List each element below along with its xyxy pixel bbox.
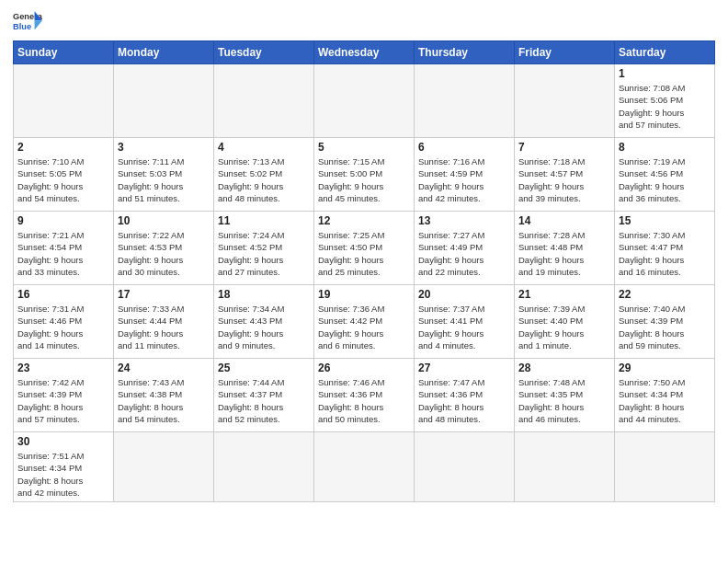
- weekday-header-sunday: Sunday: [14, 41, 114, 64]
- day-number: 8: [619, 141, 711, 154]
- weekday-header-saturday: Saturday: [615, 41, 715, 64]
- calendar-day-cell: 22Sunrise: 7:40 AM Sunset: 4:39 PM Dayli…: [615, 285, 715, 359]
- day-info: Sunrise: 7:10 AM Sunset: 5:05 PM Dayligh…: [17, 155, 109, 204]
- calendar-day-cell: 24Sunrise: 7:43 AM Sunset: 4:38 PM Dayli…: [114, 359, 214, 432]
- day-number: 29: [619, 362, 711, 374]
- day-info: Sunrise: 7:30 AM Sunset: 4:47 PM Dayligh…: [619, 229, 711, 278]
- calendar-week-6: 30Sunrise: 7:51 AM Sunset: 4:34 PM Dayli…: [14, 432, 715, 502]
- calendar-week-5: 23Sunrise: 7:42 AM Sunset: 4:39 PM Dayli…: [14, 359, 715, 432]
- day-number: 16: [17, 288, 109, 301]
- day-info: Sunrise: 7:50 AM Sunset: 4:34 PM Dayligh…: [619, 376, 711, 425]
- day-number: 4: [218, 141, 310, 154]
- calendar-day-cell: 28Sunrise: 7:48 AM Sunset: 4:35 PM Dayli…: [515, 359, 615, 432]
- logo: General Blue: [13, 9, 42, 35]
- calendar-day-cell: [415, 64, 515, 138]
- day-number: 30: [17, 435, 109, 448]
- calendar-day-cell: 5Sunrise: 7:15 AM Sunset: 5:00 PM Daylig…: [314, 138, 415, 212]
- calendar-day-cell: 26Sunrise: 7:46 AM Sunset: 4:36 PM Dayli…: [314, 359, 415, 432]
- day-info: Sunrise: 7:43 AM Sunset: 4:38 PM Dayligh…: [118, 376, 210, 425]
- calendar-day-cell: [515, 64, 615, 138]
- day-info: Sunrise: 7:39 AM Sunset: 4:40 PM Dayligh…: [518, 303, 610, 351]
- calendar-day-cell: 30Sunrise: 7:51 AM Sunset: 4:34 PM Dayli…: [14, 432, 114, 502]
- calendar-day-cell: 9Sunrise: 7:21 AM Sunset: 4:54 PM Daylig…: [14, 212, 114, 285]
- day-number: 23: [17, 362, 109, 374]
- day-info: Sunrise: 7:08 AM Sunset: 5:06 PM Dayligh…: [619, 82, 711, 131]
- calendar-day-cell: 13Sunrise: 7:27 AM Sunset: 4:49 PM Dayli…: [415, 212, 515, 285]
- day-info: Sunrise: 7:31 AM Sunset: 4:46 PM Dayligh…: [17, 303, 109, 351]
- calendar-day-cell: 23Sunrise: 7:42 AM Sunset: 4:39 PM Dayli…: [14, 359, 114, 432]
- calendar-day-cell: 6Sunrise: 7:16 AM Sunset: 4:59 PM Daylig…: [415, 138, 515, 212]
- day-number: 5: [318, 141, 410, 154]
- day-number: 21: [518, 288, 610, 301]
- day-number: 28: [518, 362, 610, 374]
- weekday-header-row: SundayMondayTuesdayWednesdayThursdayFrid…: [14, 41, 715, 64]
- day-info: Sunrise: 7:16 AM Sunset: 4:59 PM Dayligh…: [418, 155, 510, 204]
- calendar-day-cell: 29Sunrise: 7:50 AM Sunset: 4:34 PM Dayli…: [615, 359, 715, 432]
- svg-marker-3: [35, 20, 42, 29]
- calendar-day-cell: [314, 432, 415, 502]
- day-info: Sunrise: 7:51 AM Sunset: 4:34 PM Dayligh…: [17, 450, 109, 499]
- day-info: Sunrise: 7:18 AM Sunset: 4:57 PM Dayligh…: [518, 155, 610, 204]
- day-number: 18: [218, 288, 310, 301]
- calendar-day-cell: 20Sunrise: 7:37 AM Sunset: 4:41 PM Dayli…: [415, 285, 515, 359]
- day-info: Sunrise: 7:46 AM Sunset: 4:36 PM Dayligh…: [318, 376, 410, 425]
- calendar-day-cell: 7Sunrise: 7:18 AM Sunset: 4:57 PM Daylig…: [515, 138, 615, 212]
- calendar-day-cell: [415, 432, 515, 502]
- day-info: Sunrise: 7:47 AM Sunset: 4:36 PM Dayligh…: [418, 376, 510, 425]
- day-number: 15: [619, 214, 711, 227]
- day-info: Sunrise: 7:25 AM Sunset: 4:50 PM Dayligh…: [318, 229, 410, 278]
- day-number: 22: [619, 288, 711, 301]
- calendar-day-cell: 16Sunrise: 7:31 AM Sunset: 4:46 PM Dayli…: [14, 285, 114, 359]
- svg-text:Blue: Blue: [13, 22, 31, 31]
- day-info: Sunrise: 7:27 AM Sunset: 4:49 PM Dayligh…: [418, 229, 510, 278]
- calendar-day-cell: 8Sunrise: 7:19 AM Sunset: 4:56 PM Daylig…: [615, 138, 715, 212]
- calendar-day-cell: 14Sunrise: 7:28 AM Sunset: 4:48 PM Dayli…: [515, 212, 615, 285]
- calendar-day-cell: [214, 432, 314, 502]
- day-number: 11: [218, 214, 310, 227]
- header: General Blue: [13, 9, 715, 35]
- day-info: Sunrise: 7:33 AM Sunset: 4:44 PM Dayligh…: [118, 303, 210, 351]
- calendar-day-cell: 25Sunrise: 7:44 AM Sunset: 4:37 PM Dayli…: [214, 359, 314, 432]
- calendar-day-cell: 10Sunrise: 7:22 AM Sunset: 4:53 PM Dayli…: [114, 212, 214, 285]
- day-number: 13: [418, 214, 510, 227]
- calendar-day-cell: 3Sunrise: 7:11 AM Sunset: 5:03 PM Daylig…: [114, 138, 214, 212]
- calendar-week-4: 16Sunrise: 7:31 AM Sunset: 4:46 PM Dayli…: [14, 285, 715, 359]
- day-info: Sunrise: 7:37 AM Sunset: 4:41 PM Dayligh…: [418, 303, 510, 351]
- day-number: 27: [418, 362, 510, 374]
- day-number: 10: [118, 214, 210, 227]
- day-number: 14: [518, 214, 610, 227]
- day-info: Sunrise: 7:48 AM Sunset: 4:35 PM Dayligh…: [518, 376, 610, 425]
- calendar-day-cell: 15Sunrise: 7:30 AM Sunset: 4:47 PM Dayli…: [615, 212, 715, 285]
- day-number: 26: [318, 362, 410, 374]
- weekday-header-friday: Friday: [515, 41, 615, 64]
- day-number: 20: [418, 288, 510, 301]
- calendar-week-2: 2Sunrise: 7:10 AM Sunset: 5:05 PM Daylig…: [14, 138, 715, 212]
- page: General Blue SundayMondayTuesdayWednesda…: [0, 0, 728, 511]
- day-info: Sunrise: 7:34 AM Sunset: 4:43 PM Dayligh…: [218, 303, 310, 351]
- day-number: 12: [318, 214, 410, 227]
- weekday-header-thursday: Thursday: [415, 41, 515, 64]
- calendar-day-cell: 11Sunrise: 7:24 AM Sunset: 4:52 PM Dayli…: [214, 212, 314, 285]
- day-info: Sunrise: 7:40 AM Sunset: 4:39 PM Dayligh…: [619, 303, 711, 351]
- day-info: Sunrise: 7:24 AM Sunset: 4:52 PM Dayligh…: [218, 229, 310, 278]
- day-number: 3: [118, 141, 210, 154]
- day-info: Sunrise: 7:21 AM Sunset: 4:54 PM Dayligh…: [17, 229, 109, 278]
- day-number: 6: [418, 141, 510, 154]
- day-number: 2: [17, 141, 109, 154]
- day-info: Sunrise: 7:15 AM Sunset: 5:00 PM Dayligh…: [318, 155, 410, 204]
- calendar-day-cell: [615, 432, 715, 502]
- calendar-day-cell: 19Sunrise: 7:36 AM Sunset: 4:42 PM Dayli…: [314, 285, 415, 359]
- calendar-day-cell: 2Sunrise: 7:10 AM Sunset: 5:05 PM Daylig…: [14, 138, 114, 212]
- day-number: 19: [318, 288, 410, 301]
- day-info: Sunrise: 7:36 AM Sunset: 4:42 PM Dayligh…: [318, 303, 410, 351]
- calendar-table: SundayMondayTuesdayWednesdayThursdayFrid…: [13, 40, 715, 502]
- day-number: 17: [118, 288, 210, 301]
- day-number: 7: [518, 141, 610, 154]
- day-info: Sunrise: 7:22 AM Sunset: 4:53 PM Dayligh…: [118, 229, 210, 278]
- calendar-day-cell: [114, 64, 214, 138]
- calendar-week-1: 1Sunrise: 7:08 AM Sunset: 5:06 PM Daylig…: [14, 64, 715, 138]
- weekday-header-wednesday: Wednesday: [314, 41, 415, 64]
- calendar-day-cell: 4Sunrise: 7:13 AM Sunset: 5:02 PM Daylig…: [214, 138, 314, 212]
- day-info: Sunrise: 7:42 AM Sunset: 4:39 PM Dayligh…: [17, 376, 109, 425]
- day-number: 1: [619, 67, 711, 80]
